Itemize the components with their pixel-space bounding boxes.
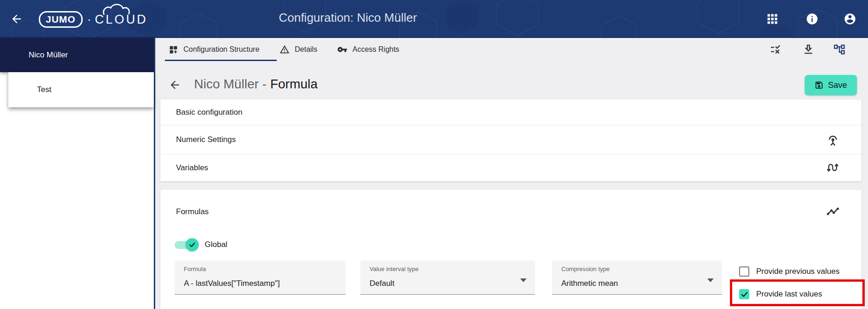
formula-field-label: Formula: [184, 266, 206, 272]
toggle-thumb: [186, 238, 199, 251]
formula-field-value: A - lastValues["Timestamp"]: [184, 279, 280, 288]
window-title: Configuration: Nico Müller: [279, 11, 417, 25]
section-label: Numeric Settings: [176, 135, 236, 144]
tab-details[interactable]: Details: [279, 38, 317, 61]
value-interval-type-select[interactable]: Value interval type Default: [360, 260, 535, 295]
page-title: Nico Müller - Formula: [194, 77, 318, 92]
section-variables[interactable]: Variables: [160, 154, 862, 181]
chevron-down-icon: [520, 278, 527, 282]
value-interval-type-label: Value interval type: [370, 266, 419, 272]
page-back-arrow-icon[interactable]: [169, 79, 181, 91]
chevron-down-icon: [707, 278, 714, 282]
save-floppy-icon: [814, 80, 824, 90]
download-icon[interactable]: [802, 43, 815, 56]
section-basic-configuration[interactable]: Basic configuration: [160, 99, 862, 125]
tab-label: Details: [295, 45, 317, 54]
antenna-icon: [826, 133, 840, 147]
checkbox-label: Provide last values: [756, 290, 822, 299]
sidebar-item-label: Nico Müller: [29, 38, 68, 72]
checkbox-label: Provide previous values: [756, 267, 839, 276]
sidebar-item-nico-mueller[interactable]: Nico Müller: [0, 38, 154, 72]
main-content: Configuration Structure Details Access R…: [156, 38, 868, 309]
dashboard-customize-icon: [169, 45, 178, 55]
global-toggle-label: Global: [205, 240, 227, 249]
compression-type-label: Compression type: [561, 266, 610, 272]
configuration-sections-card: Basic configuration Numeric Settings Var…: [160, 99, 862, 181]
check-icon: [741, 290, 748, 298]
check-icon: [188, 241, 196, 248]
tab-label: Access Rights: [352, 45, 399, 54]
logo-separator: ·: [87, 12, 91, 27]
save-button-label: Save: [828, 80, 847, 90]
wave-icon: [826, 161, 839, 174]
tab-access-rights[interactable]: Access Rights: [337, 38, 399, 61]
value-interval-type-value: Default: [370, 279, 395, 288]
rule-icon[interactable]: [768, 43, 781, 56]
global-toggle[interactable]: [175, 238, 200, 251]
back-arrow-icon[interactable]: [10, 12, 23, 25]
checkbox-unchecked: [739, 266, 749, 277]
account-icon[interactable]: [844, 12, 856, 25]
apps-grid-icon[interactable]: [766, 12, 779, 25]
checkbox-checked: [739, 289, 749, 299]
cloud-icon: [101, 3, 136, 15]
sidebar: Nico Müller Test: [0, 38, 155, 309]
save-button[interactable]: Save: [805, 75, 857, 95]
key-icon: [337, 44, 347, 55]
section-label: Basic configuration: [176, 108, 243, 117]
provide-last-values-checkbox[interactable]: Provide last values: [739, 289, 822, 299]
jumo-cloud-logo: JUMO · CLOUD: [39, 10, 148, 29]
compression-type-value: Arithmetic mean: [561, 279, 618, 288]
top-app-bar: JUMO · CLOUD Configuration: Nico Müller: [0, 0, 868, 38]
section-label: Variables: [176, 163, 208, 173]
tree-structure-icon[interactable]: [833, 43, 846, 56]
page-title-prefix: Nico Müller -: [194, 77, 270, 91]
jumo-logo-pill: JUMO: [39, 11, 83, 28]
compression-type-select[interactable]: Compression type Arithmetic mean: [552, 260, 722, 295]
app-window: JUMO · CLOUD Configuration: Nico Müller: [0, 0, 868, 309]
provide-previous-values-checkbox[interactable]: Provide previous values: [739, 266, 839, 277]
formulas-card: Formulas Global Formula A - la: [160, 190, 862, 309]
active-tab-underline: [165, 60, 277, 61]
formula-field[interactable]: Formula A - lastValues["Timestamp"]: [175, 260, 346, 295]
section-numeric-settings[interactable]: Numeric Settings: [160, 125, 862, 154]
page-title-emphasis: Formula: [270, 77, 318, 91]
info-icon[interactable]: [806, 12, 819, 25]
tab-configuration-structure[interactable]: Configuration Structure: [169, 38, 260, 61]
sidebar-item-label: Test: [37, 72, 51, 107]
tab-label: Configuration Structure: [183, 45, 260, 54]
sidebar-item-test[interactable]: Test: [8, 72, 154, 107]
timeline-icon: [826, 205, 840, 219]
warning-icon: [279, 44, 290, 55]
formulas-section-label: Formulas: [176, 207, 209, 216]
